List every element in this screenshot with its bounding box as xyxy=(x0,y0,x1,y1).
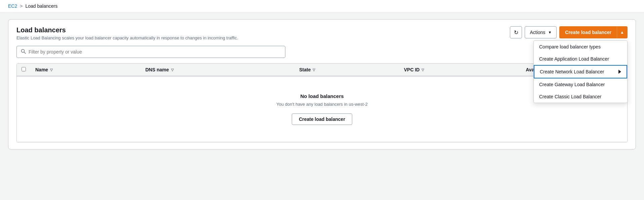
panel-actions: ↻ Actions ▼ Create load balancer ▲ xyxy=(510,26,628,38)
empty-state: No load balancers You don't have any loa… xyxy=(22,80,622,138)
create-load-balancer-button[interactable]: Create load balancer xyxy=(559,26,617,38)
actions-button[interactable]: Actions ▼ xyxy=(525,26,557,38)
panel-header: Load balancers Elastic Load Balancing sc… xyxy=(16,26,628,40)
col-dns-label: DNS name xyxy=(145,67,169,72)
panel-title: Load balancers xyxy=(16,26,238,34)
create-dropdown-menu: Compare load balancer types Create Appli… xyxy=(533,40,628,103)
col-vpc-sort-icon[interactable]: ▽ xyxy=(421,68,424,72)
panel-description: Elastic Load Balancing scales your load … xyxy=(16,35,238,40)
filter-input[interactable] xyxy=(29,49,281,55)
dropdown-item-compare[interactable]: Compare load balancer types xyxy=(534,41,627,53)
dropdown-item-compare-label: Compare load balancer types xyxy=(539,44,601,49)
dropdown-item-create-alb[interactable]: Create Application Load Balancer xyxy=(534,53,627,65)
actions-chevron-icon: ▼ xyxy=(548,30,552,34)
load-balancers-panel: Load balancers Elastic Load Balancing sc… xyxy=(8,19,636,149)
col-state-label: State xyxy=(299,67,311,72)
col-header-vpc: VPC ID ▽ xyxy=(399,64,521,76)
dropdown-item-create-glb[interactable]: Create Gateway Load Balancer xyxy=(534,78,627,91)
create-arrow-icon: ▲ xyxy=(620,30,624,35)
col-header-state: State ▽ xyxy=(294,64,399,76)
empty-title: No load balancers xyxy=(28,93,616,99)
col-name-sort-icon[interactable]: ▽ xyxy=(50,68,53,72)
create-load-balancer-group: Create load balancer ▲ Compare load bala… xyxy=(559,26,628,38)
search-icon xyxy=(21,49,26,55)
filter-bar xyxy=(16,46,285,58)
main-content: Load balancers Elastic Load Balancing sc… xyxy=(0,12,644,156)
col-dns-sort-icon[interactable]: ▽ xyxy=(171,68,174,72)
dropdown-item-create-glb-label: Create Gateway Load Balancer xyxy=(539,82,605,87)
dropdown-item-create-clb[interactable]: Create Classic Load Balancer xyxy=(534,91,627,103)
create-load-balancer-label: Create load balancer xyxy=(565,30,611,35)
col-vpc-label: VPC ID xyxy=(404,67,420,72)
empty-create-button[interactable]: Create load balancer xyxy=(292,113,352,125)
breadcrumb-separator: > xyxy=(20,3,23,9)
dropdown-item-create-nlb-label: Create Network Load Balancer xyxy=(540,69,604,74)
select-all-cell xyxy=(17,64,31,76)
dropdown-item-create-alb-label: Create Application Load Balancer xyxy=(539,56,609,62)
breadcrumb: EC2 > Load balancers xyxy=(0,0,644,12)
refresh-button[interactable]: ↻ xyxy=(510,26,522,38)
dropdown-item-create-clb-label: Create Classic Load Balancer xyxy=(539,94,601,99)
col-header-name: Name ▽ xyxy=(31,64,140,76)
col-header-dns: DNS name ▽ xyxy=(140,64,294,76)
select-all-checkbox[interactable] xyxy=(22,67,26,71)
col-state-sort-icon[interactable]: ▽ xyxy=(313,68,315,72)
refresh-icon: ↻ xyxy=(514,29,518,36)
empty-create-label: Create load balancer xyxy=(299,116,345,122)
dropdown-item-create-nlb[interactable]: Create Network Load Balancer xyxy=(534,65,627,78)
breadcrumb-ec2-link[interactable]: EC2 xyxy=(8,3,17,9)
breadcrumb-current: Load balancers xyxy=(25,3,57,9)
svg-line-1 xyxy=(24,52,26,54)
actions-label: Actions xyxy=(530,30,545,35)
empty-description: You don't have any load balancers in us-… xyxy=(28,102,616,107)
panel-title-section: Load balancers Elastic Load Balancing sc… xyxy=(16,26,238,40)
create-load-balancer-dropdown-button[interactable]: ▲ xyxy=(617,26,628,38)
col-name-label: Name xyxy=(35,67,48,72)
